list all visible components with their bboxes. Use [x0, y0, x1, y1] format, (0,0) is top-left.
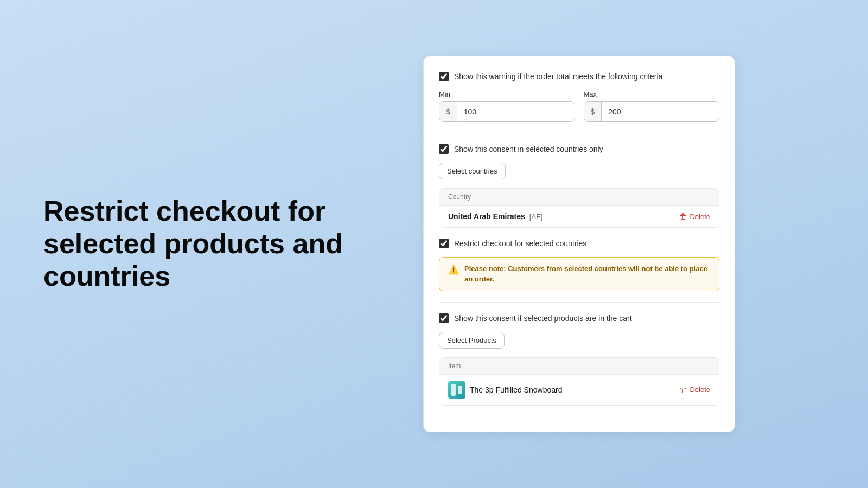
order-criteria-label: Show this warning if the order total mee… — [454, 72, 662, 81]
min-input[interactable] — [457, 102, 575, 121]
delete-country-label: Delete — [690, 213, 710, 221]
select-products-button[interactable]: Select Products — [439, 332, 505, 349]
product-row-content: The 3p Fulfilled Snowboard — [448, 381, 562, 399]
restrict-checkbox[interactable] — [439, 239, 449, 248]
hero-title: Restrict checkout for selected products … — [43, 195, 380, 292]
max-prefix: $ — [584, 102, 602, 121]
right-section: Show this warning if the order total mee… — [423, 56, 868, 432]
trash-icon: 🗑 — [679, 212, 687, 221]
product-thumb-bar-1 — [451, 384, 456, 396]
order-criteria-row: Show this warning if the order total mee… — [439, 72, 719, 81]
product-thumb-bar-2 — [458, 386, 462, 394]
select-countries-button[interactable]: Select countries — [439, 163, 506, 179]
hero-section: Restrict checkout for selected products … — [0, 163, 423, 325]
countries-section: Show this consent in selected countries … — [439, 144, 719, 228]
divider-2 — [439, 302, 719, 303]
min-field-group: Min $ — [439, 90, 575, 122]
country-row: United Arab Emirates [AE] 🗑 Delete — [439, 206, 719, 227]
trash-icon-product: 🗑 — [679, 386, 687, 394]
restrict-checkbox-row: Restrict checkout for selected countries — [439, 239, 719, 248]
min-label: Min — [439, 90, 575, 98]
restrict-section: Restrict checkout for selected countries… — [439, 239, 719, 291]
countries-table: Country United Arab Emirates [AE] 🗑 Dele… — [439, 188, 719, 228]
product-name: The 3p Fulfilled Snowboard — [470, 386, 562, 394]
countries-checkbox-label: Show this consent in selected countries … — [454, 145, 603, 153]
countries-checkbox[interactable] — [439, 144, 449, 154]
max-input-wrapper: $ — [584, 101, 720, 122]
products-table-header: Item — [439, 358, 719, 375]
min-prefix: $ — [439, 102, 457, 121]
country-code: [AE] — [529, 213, 543, 221]
countries-checkbox-row: Show this consent in selected countries … — [439, 144, 719, 154]
order-criteria-checkbox[interactable] — [439, 72, 449, 81]
country-name: United Arab Emirates — [448, 212, 525, 221]
delete-country-button[interactable]: 🗑 Delete — [679, 212, 710, 221]
products-section: Show this consent if selected products a… — [439, 313, 719, 406]
products-table: Item The 3p Fulfilled Snowboard 🗑 Delete — [439, 357, 719, 406]
countries-table-header: Country — [439, 189, 719, 206]
warning-text: Please note: Customers from selected cou… — [464, 264, 710, 284]
delete-product-button[interactable]: 🗑 Delete — [679, 386, 710, 394]
divider-1 — [439, 133, 719, 133]
product-row: The 3p Fulfilled Snowboard 🗑 Delete — [439, 375, 719, 405]
products-checkbox-row: Show this consent if selected products a… — [439, 313, 719, 323]
delete-product-label: Delete — [690, 386, 710, 394]
country-row-content: United Arab Emirates [AE] — [448, 212, 542, 221]
warning-icon: ⚠️ — [448, 265, 459, 275]
settings-card: Show this warning if the order total mee… — [423, 56, 735, 432]
products-checkbox[interactable] — [439, 313, 449, 323]
product-thumbnail — [448, 381, 465, 399]
order-criteria-section: Show this warning if the order total mee… — [439, 72, 719, 122]
max-field-group: Max $ — [584, 90, 720, 122]
restrict-checkbox-label: Restrict checkout for selected countries — [454, 239, 586, 248]
warning-box: ⚠️ Please note: Customers from selected … — [439, 257, 719, 291]
products-checkbox-label: Show this consent if selected products a… — [454, 314, 632, 323]
min-max-row: Min $ Max $ — [439, 90, 719, 122]
max-input[interactable] — [602, 102, 719, 121]
min-input-wrapper: $ — [439, 101, 575, 122]
max-label: Max — [584, 90, 720, 98]
